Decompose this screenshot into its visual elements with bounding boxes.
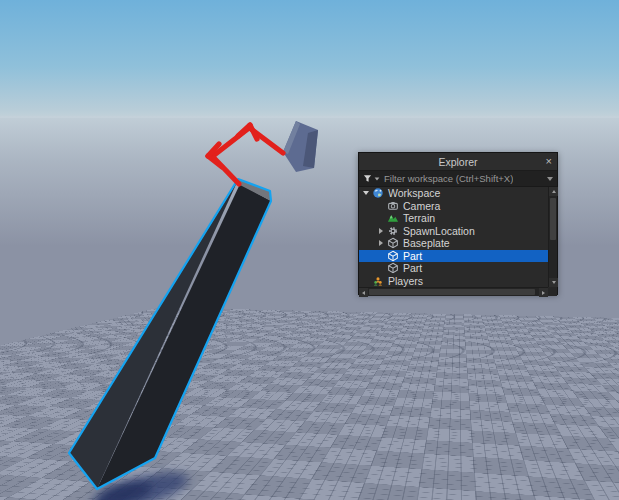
horizontal-scroll-thumb[interactable] — [369, 289, 535, 295]
tree-item-label: SpawnLocation — [403, 225, 475, 237]
tree-item-part[interactable]: Part — [359, 262, 548, 275]
expand-collapse-icon[interactable] — [376, 240, 386, 246]
roblox-studio-viewport: Explorer × Filter workspace (Ctrl+Shift+… — [0, 0, 619, 500]
close-icon[interactable]: × — [546, 154, 552, 169]
filter-dropdown-icon[interactable] — [547, 177, 553, 181]
scroll-down-icon[interactable] — [549, 278, 558, 287]
scroll-right-icon[interactable] — [539, 288, 548, 297]
filter-funnel-icon[interactable] — [363, 174, 372, 183]
tree-item-label: Part — [403, 262, 422, 274]
scroll-up-icon[interactable] — [549, 187, 558, 196]
tree-item-workspace[interactable]: Workspace — [359, 187, 548, 200]
tree-item-label: Players — [388, 275, 423, 287]
tree-item-label: Camera — [403, 200, 440, 212]
terrain-icon — [386, 212, 400, 225]
tree-item-label: Part — [403, 250, 422, 262]
part-cube-icon — [386, 262, 400, 275]
horizontal-scrollbar[interactable] — [359, 287, 557, 296]
part-cube-icon — [386, 237, 400, 250]
vertical-scrollbar[interactable] — [548, 187, 557, 287]
explorer-titlebar[interactable]: Explorer × — [359, 153, 557, 171]
tree-item-baseplate[interactable]: Baseplate — [359, 237, 548, 250]
scroll-left-icon[interactable] — [359, 288, 368, 297]
part-cube-icon — [386, 249, 400, 262]
spawnlocation-gear-icon — [386, 224, 400, 237]
tree-item-spawnlocation[interactable]: SpawnLocation — [359, 225, 548, 238]
tree-item-label: Workspace — [388, 187, 440, 199]
filter-placeholder: Filter workspace (Ctrl+Shift+X) — [384, 173, 513, 184]
tree-item-label: Baseplate — [403, 237, 450, 249]
vertical-scroll-thumb[interactable] — [550, 198, 556, 240]
red-arrow-annotation — [208, 125, 283, 184]
filter-options-caret-icon[interactable] — [375, 177, 380, 180]
scrollbar-corner — [548, 287, 557, 296]
tree-item-players[interactable]: Players — [359, 275, 548, 288]
explorer-tree: Workspace Camera Terrain — [359, 187, 548, 287]
panel-title: Explorer — [438, 156, 477, 168]
expand-collapse-icon[interactable] — [376, 228, 386, 234]
tree-item-terrain[interactable]: Terrain — [359, 212, 548, 225]
explorer-panel: Explorer × Filter workspace (Ctrl+Shift+… — [358, 152, 558, 295]
small-cube[interactable] — [283, 121, 318, 172]
expand-collapse-icon[interactable] — [361, 191, 371, 195]
filter-workspace-input[interactable]: Filter workspace (Ctrl+Shift+X) — [359, 171, 557, 187]
workspace-globe-icon — [371, 187, 385, 200]
players-icon — [371, 274, 385, 287]
tree-item-part-selected[interactable]: Part — [359, 250, 548, 263]
tree-item-label: Terrain — [403, 212, 435, 224]
camera-icon — [386, 199, 400, 212]
tree-item-camera[interactable]: Camera — [359, 200, 548, 213]
selected-part[interactable] — [69, 179, 271, 489]
